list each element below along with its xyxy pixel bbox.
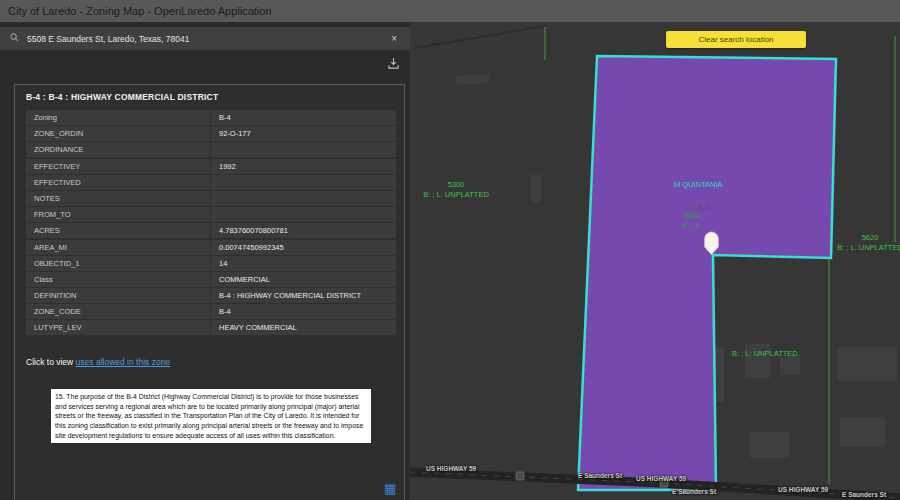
search-input[interactable] (27, 34, 388, 44)
owner-label: M QUINTANIA (674, 180, 723, 190)
row-value (211, 191, 396, 206)
row-label: ZORDINANCE (26, 142, 211, 157)
row-value: B-4 (211, 304, 396, 319)
row-label: EFFECTIVEY (26, 159, 211, 174)
highway-shield-icon (516, 472, 524, 480)
table-row: ZORDINANCE (26, 142, 396, 157)
table-row: OBJECTID_1 14 (26, 256, 396, 271)
map-graphics (410, 22, 900, 500)
street-label: E Saunders St (672, 488, 716, 495)
row-value: HEAVY COMMERCIAL (211, 320, 396, 335)
row-value (211, 207, 396, 222)
parcel-number: 5300 (416, 180, 496, 190)
info-panel: × B-4 : B-4 : HIGHWAY COMMERCIAL DISTRIC… (0, 22, 410, 500)
table-row: Zoning B-4 (26, 110, 396, 125)
parcel-desc: B: ; L: UNPLATTED (835, 243, 900, 253)
row-label: ZONE_CODE (26, 304, 211, 319)
row-label: LUTYPE_LEV (26, 320, 211, 335)
street-label: US HIGHWAY 59 (778, 486, 828, 493)
row-value: 92-O-177 (211, 126, 396, 141)
window-title-bar: City of Laredo - Zoning Map - OpenLaredo… (0, 0, 900, 22)
parcel-label-5620: 5620 B: ; L: UNPLATTED (835, 233, 900, 253)
clear-search-location-button[interactable]: Clear search location (666, 31, 806, 48)
row-value (211, 175, 396, 190)
row-label: NOTES (26, 191, 211, 206)
map-canvas[interactable]: Clear search location 5300 B: ; L: UNPLA… (410, 22, 900, 500)
row-label: EFFECTIVED (26, 175, 211, 190)
row-label: DEFINITION (26, 288, 211, 303)
row-value: 0.00747450992345 (211, 240, 396, 255)
parcel-label-5508: 5508 B: ; L: (662, 211, 722, 231)
table-row: ACRES 4.783760070800781 (26, 223, 396, 238)
parcel-desc: B: ; L: UNPLATTED (732, 349, 798, 359)
table-row: FROM_TO (26, 207, 396, 222)
esri-logo-icon[interactable]: ▦ (384, 481, 396, 496)
parcel-number: 5620 (835, 233, 900, 243)
row-label: Zoning (26, 110, 211, 125)
table-row: DEFINITION B-4 : HIGHWAY COMMERCIAL DIST… (26, 288, 396, 303)
owner-name: M QUINTANIA (674, 180, 723, 190)
table-row: EFFECTIVEY 1992 (26, 159, 396, 174)
export-icon (387, 57, 400, 70)
click-to-view-text: Click to view uses allowed in this zone (26, 357, 170, 367)
table-row: ZONE_CODE B-4 (26, 304, 396, 319)
search-clear-icon[interactable]: × (388, 33, 400, 44)
attribute-table: Zoning B-4 ZONE_ORDIN 92-O-177 ZORDINANC… (26, 110, 396, 337)
table-row: ZONE_ORDIN 92-O-177 (26, 126, 396, 141)
parcel-desc: B: ; L: UNPLATTED (416, 190, 496, 200)
street-label: E Saunders St (842, 491, 886, 498)
parcel-label-5300: 5300 B: ; L: UNPLATTED (416, 180, 496, 200)
row-label: AREA_MI (26, 240, 211, 255)
row-value: B-4 : HIGHWAY COMMERCIAL DISTRICT (211, 288, 396, 303)
search-bar[interactable]: × (0, 27, 410, 50)
street-label: E Saunders St (578, 472, 622, 479)
row-value: COMMERCIAL (211, 272, 396, 287)
row-value (211, 142, 396, 157)
parcel-desc: B: ; L: (662, 221, 722, 231)
table-row: AREA_MI 0.00747450992345 (26, 240, 396, 255)
table-row: EFFECTIVED (26, 175, 396, 190)
row-label: FROM_TO (26, 207, 211, 222)
row-label: OBJECTID_1 (26, 256, 211, 271)
row-label: Class (26, 272, 211, 287)
uses-allowed-link[interactable]: uses allowed in this zone (76, 357, 171, 367)
search-icon (10, 33, 19, 44)
table-row: Class COMMERCIAL (26, 272, 396, 287)
road-line (415, 26, 545, 48)
feature-info-card: B-4 : B-4 : HIGHWAY COMMERCIAL DISTRICT … (14, 84, 405, 500)
table-row: NOTES (26, 191, 396, 206)
street-label: US HIGHWAY 59 (426, 465, 476, 472)
row-value: 1992 (211, 159, 396, 174)
street-label: US HIGHWAY 59 (636, 475, 686, 482)
click-prefix: Click to view (26, 357, 76, 367)
table-row: LUTYPE_LEV HEAVY COMMERCIAL (26, 320, 396, 335)
app-title: City of Laredo - Zoning Map - OpenLaredo… (8, 5, 272, 17)
row-value: 4.783760070800781 (211, 223, 396, 238)
zoning-polygon-b4[interactable] (578, 56, 836, 490)
row-value: 14 (211, 256, 396, 271)
zone-description: 15. The purpose of the B-4 District (Hig… (51, 389, 371, 443)
feature-title: B-4 : B-4 : HIGHWAY COMMERCIAL DISTRICT (15, 85, 404, 102)
parcel-label-unplatted: B: ; L: UNPLATTED (732, 349, 798, 359)
row-label: ACRES (26, 223, 211, 238)
row-label: ZONE_ORDIN (26, 126, 211, 141)
row-value: B-4 (211, 110, 396, 125)
parcel-number: 5508 (662, 211, 722, 221)
export-print-button[interactable] (384, 56, 402, 72)
